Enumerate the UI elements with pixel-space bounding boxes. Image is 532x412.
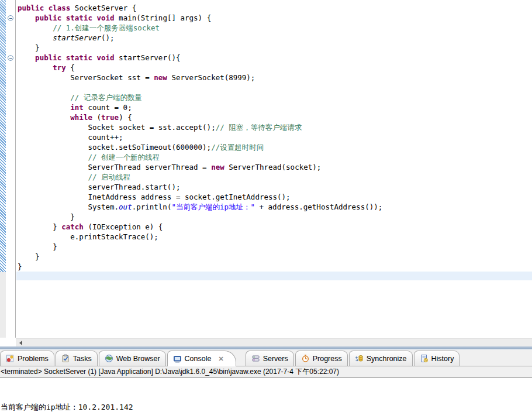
current-line-highlight	[16, 272, 532, 280]
code-line: }	[18, 212, 532, 222]
code-line: public static void startServer(){	[18, 53, 532, 63]
fold-collapse-icon[interactable]	[8, 15, 13, 21]
tab-label: Console	[185, 355, 212, 363]
console-icon	[173, 355, 182, 363]
java-editor: public class SocketServer { public stati…	[0, 0, 532, 338]
code-line: ServerSocket sst = new ServerSocket(8999…	[18, 73, 532, 83]
synchronize-icon	[355, 354, 364, 363]
code-area[interactable]: public class SocketServer { public stati…	[16, 0, 532, 272]
code-line: try {	[18, 63, 532, 73]
code-line: public static void main(String[] args) {	[18, 13, 532, 23]
tab-history[interactable]: History	[414, 351, 460, 366]
code-line: } catch (IOException e) {	[18, 222, 532, 232]
code-line: while (true) {	[18, 112, 532, 122]
tab-progress[interactable]: Progress	[295, 351, 348, 366]
horizontal-scrollbar[interactable]	[16, 338, 532, 346]
tab-label: Problems	[18, 355, 49, 363]
folding-gutter[interactable]	[6, 0, 16, 338]
code-line: e.printStackTrace();	[18, 232, 532, 242]
code-line: System.out.println("当前客户端的ip地址：" + addre…	[18, 202, 532, 212]
console-line: 当前客户端的ip地址：10.2.201.142	[1, 401, 532, 412]
code-line: // 记录客户端的数量	[18, 92, 532, 102]
tab-console[interactable]: Console ✕	[167, 351, 236, 366]
code-line: }	[18, 252, 532, 262]
console-launch-header: <terminated> SocketServer (1) [Java Appl…	[0, 366, 532, 378]
tab-synchronize[interactable]: Synchronize	[349, 351, 413, 366]
code-line: Socket socket = sst.accept();// 阻塞，等待客户端…	[18, 122, 532, 132]
servers-icon	[251, 354, 260, 363]
fold-collapse-icon[interactable]	[8, 55, 13, 61]
tab-label: History	[431, 355, 454, 363]
code-line: ServerThread serverThread = new ServerTh…	[18, 162, 532, 172]
problems-icon	[6, 354, 15, 363]
console-output[interactable]: 当前客户端的ip地址：10.2.201.142 {"heart":"on"} 设…	[0, 378, 532, 412]
eclipse-workbench: { "editor": { "lines": [ [["k","public"]…	[0, 0, 532, 412]
view-tab-bar: Problems Tasks Web Browser Console ✕	[0, 350, 532, 366]
quick-diff-changed-bar	[0, 0, 6, 272]
code-line: // 创建一个新的线程	[18, 152, 532, 162]
editor-hscrollbar-row	[0, 338, 532, 346]
code-line: serverThread.start();	[18, 182, 532, 192]
progress-icon	[301, 354, 310, 363]
tab-label: Web Browser	[116, 355, 160, 363]
code-line: // 1.创建一个服务器端socket	[18, 23, 532, 33]
scroll-left-arrow-icon[interactable]	[19, 341, 22, 345]
tab-web-browser[interactable]: Web Browser	[99, 351, 166, 366]
code-line: count++;	[18, 132, 532, 142]
tab-close-icon[interactable]: ✕	[218, 355, 223, 363]
tasks-icon	[61, 354, 70, 363]
code-line	[18, 83, 532, 92]
code-line: InetAddress address = socket.getInetAddr…	[18, 192, 532, 202]
annotation-ruler[interactable]	[0, 0, 6, 338]
code-line: startServer();	[18, 33, 532, 43]
history-icon	[420, 354, 429, 363]
code-line: socket.setSoTimeout(600000);//设置超时时间	[18, 142, 532, 152]
code-line: public class SocketServer {	[18, 3, 532, 13]
code-line: }	[18, 262, 532, 272]
tab-label: Servers	[263, 355, 288, 363]
tab-servers[interactable]: Servers	[246, 351, 294, 366]
tab-tasks[interactable]: Tasks	[56, 351, 98, 366]
tab-label: Synchronize	[367, 355, 407, 363]
code-line: // 启动线程	[18, 172, 532, 182]
web-browser-icon	[105, 354, 113, 363]
code-line: }	[18, 43, 532, 53]
code-line: }	[18, 242, 532, 252]
code-line: int count = 0;	[18, 102, 532, 112]
tab-label: Progress	[313, 355, 342, 363]
tab-problems[interactable]: Problems	[0, 351, 54, 366]
tab-label: Tasks	[73, 355, 92, 363]
